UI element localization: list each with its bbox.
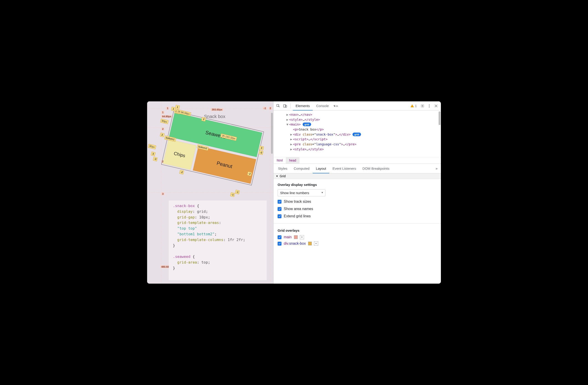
col-line-1: 1 — [166, 107, 169, 109]
gn: 1 — [175, 105, 180, 109]
layout-panel: Overlay display settings Show line numbe… — [273, 179, 441, 284]
row-line-3: 3 — [161, 192, 165, 195]
dom-row[interactable]: ▼<main> grid — [283, 122, 439, 127]
row-line-1: 1 — [161, 111, 165, 114]
svg-point-7 — [422, 105, 423, 107]
page-title: Snack box — [204, 114, 225, 119]
grid-overlays-title: Grid overlays — [278, 229, 437, 232]
dom-scrollbar[interactable] — [439, 111, 441, 125]
subtab-dom-breakpoints[interactable]: DOM Breakpoints — [359, 164, 393, 173]
inspect-icon[interactable] — [275, 103, 281, 109]
dom-row[interactable]: ▶<script>…</script> — [283, 137, 439, 142]
gn: 2 — [160, 133, 165, 137]
col-line-2: 2 — [269, 107, 272, 109]
tab-console[interactable]: Console — [314, 101, 332, 110]
styles-subtabs: Styles Computed Layout Event Listeners D… — [273, 164, 441, 173]
breadcrumb: html head — [273, 157, 441, 164]
gn: 3 — [259, 146, 264, 150]
viewport-scrollbar[interactable] — [271, 113, 273, 154]
checkbox-icon[interactable] — [278, 214, 281, 218]
overlay-label-div[interactable]: div.snack-box — [284, 241, 306, 246]
gn: 2 — [201, 117, 206, 122]
page-viewport: 1 -1 2 1 2 3 393.60px 64.80px 222px 480.… — [147, 101, 273, 284]
dom-tree[interactable]: ▶<nav>…</nav> ▶<style>…</style> ▼<main> … — [273, 110, 441, 157]
track-col1: 80px — [160, 119, 168, 124]
devtools-toolbar: Elements Console » 1 — [273, 101, 441, 110]
subtab-layout[interactable]: Layout — [313, 164, 329, 173]
snack-box-grid: Seaweed Chips Peanut top bottom1 bottom2… — [163, 112, 262, 184]
dom-row[interactable]: ▶<nav>…</nav> — [283, 112, 439, 117]
reveal-icon[interactable]: ⌖ — [300, 235, 304, 239]
overlay-main: main ⌖ — [278, 235, 437, 239]
tabs-overflow-icon[interactable]: » — [333, 103, 338, 109]
dom-row[interactable]: ▶<style>…</style> — [283, 117, 439, 122]
checkbox-icon[interactable] — [278, 200, 281, 204]
checkbox-icon[interactable] — [278, 235, 281, 239]
issues-indicator[interactable]: 1 — [410, 104, 417, 108]
checkbox-icon[interactable] — [278, 242, 281, 246]
svg-point-8 — [429, 104, 430, 105]
gn: -2 — [179, 170, 184, 174]
subtabs-overflow-icon[interactable]: » — [434, 166, 440, 171]
color-swatch[interactable] — [308, 242, 312, 245]
svg-point-10 — [429, 107, 430, 107]
devtools-window: 1 -1 2 1 2 3 393.60px 64.80px 222px 480.… — [147, 101, 441, 284]
gn: -3 — [258, 150, 263, 155]
disclosure-triangle-icon: ▼ — [276, 175, 278, 177]
dom-row[interactable]: ▶<pre class="language-css">…</pre> — [283, 142, 439, 147]
dom-row[interactable]: ▶<style>…</style> — [283, 147, 439, 152]
settings-icon[interactable] — [420, 103, 425, 109]
checkbox-icon[interactable] — [278, 207, 281, 211]
check-extend-lines[interactable]: Extend grid lines — [278, 214, 437, 218]
check-track-sizes[interactable]: Show track sizes — [278, 200, 437, 204]
dom-row[interactable]: ▶<div class="snack-box">…</div> grid — [283, 132, 439, 137]
subtab-event-listeners[interactable]: Event Listeners — [329, 164, 359, 173]
svg-point-9 — [429, 106, 430, 106]
close-icon[interactable] — [433, 103, 439, 109]
gn: 1 — [171, 107, 176, 111]
reveal-icon[interactable]: ⌖ — [314, 241, 318, 246]
gn: -3 — [153, 157, 158, 162]
gn: 3 — [151, 151, 156, 156]
subtab-computed[interactable]: Computed — [291, 164, 313, 173]
line-numbers-select[interactable]: Show line numbers — [278, 189, 325, 196]
gn: -1 — [230, 192, 235, 197]
css-code: .snack-box { display: grid; grid-gap: 10… — [169, 200, 267, 280]
crumb-head[interactable]: head — [286, 157, 299, 164]
color-swatch[interactable] — [294, 235, 298, 239]
row-line-2: 2 — [161, 128, 165, 130]
section-grid-header[interactable]: ▼ Grid — [273, 173, 441, 179]
devtools-panel: Elements Console » 1 ▶<nav>…</nav> ▶ — [273, 101, 441, 284]
track-col2: 80px — [148, 144, 156, 149]
tab-elements[interactable]: Elements — [293, 101, 313, 110]
device-toggle-icon[interactable] — [282, 103, 288, 109]
overlay-label-main[interactable]: main — [284, 235, 292, 239]
check-area-names[interactable]: Show area names — [278, 207, 437, 211]
col-size-1: 393.60px — [211, 108, 223, 111]
subtab-styles[interactable]: Styles — [275, 164, 291, 173]
row-size-1: 64.80px — [161, 115, 172, 118]
overlay-settings-title: Overlay display settings — [278, 183, 437, 187]
gn: -1 — [235, 190, 240, 194]
gn: -2 — [247, 171, 252, 176]
cell-chips: Chips — [163, 139, 196, 170]
col-line-neg1: -1 — [263, 107, 267, 109]
crumb-html[interactable]: html — [273, 157, 286, 164]
more-icon[interactable] — [426, 103, 432, 109]
overlay-snack-box: div.snack-box ⌖ — [278, 241, 437, 246]
dom-row[interactable]: <p>Snack box</p> — [283, 127, 439, 132]
